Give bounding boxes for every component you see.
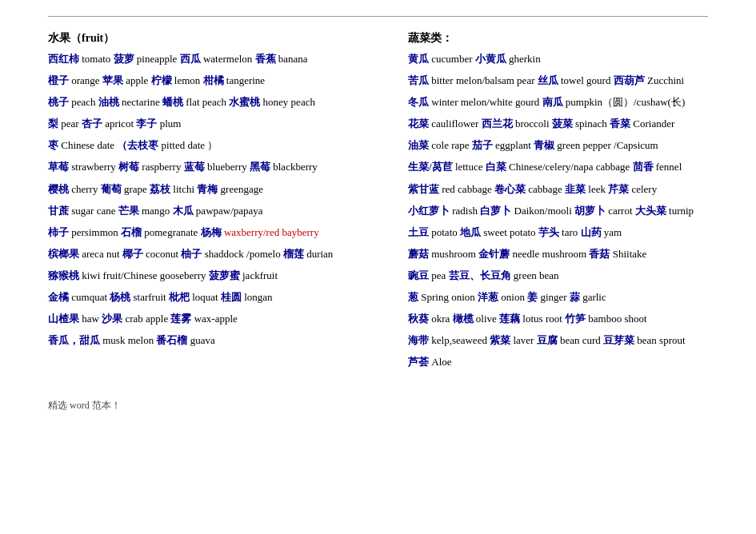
vegetable-title: 蔬菜类： — [408, 31, 708, 46]
english-text: tangerine — [226, 74, 265, 86]
chinese-text: 豆芽菜 — [603, 334, 634, 346]
chinese-text: 草莓 — [48, 161, 69, 173]
chinese-text: 青梅 — [197, 183, 218, 195]
english-text: bean curd — [560, 334, 601, 346]
english-text: fennel — [656, 161, 682, 173]
english-text: lettuce — [455, 161, 483, 173]
english-text: cherry — [71, 183, 98, 195]
chinese-text: 椰子 — [122, 248, 143, 260]
list-item: 柿子 persimmon 石榴 pomegranate 杨梅 waxberry/… — [48, 224, 384, 241]
english-text: Spring onion — [421, 291, 475, 303]
english-text: cucumber — [431, 53, 472, 65]
list-item: 紫甘蓝 red cabbage 卷心菜 cabbage 韭菜 leek 芹菜 c… — [408, 181, 708, 198]
english-text: towel gourd — [561, 74, 610, 86]
english-text: blueberry — [207, 161, 247, 173]
footer-text: 精选 word 范本！ — [48, 400, 121, 411]
english-text: apple — [126, 74, 148, 86]
english-text: ginger — [540, 291, 566, 303]
chinese-text: 菠菜 — [552, 118, 573, 130]
chinese-text: 丝瓜 — [538, 74, 558, 86]
list-item: 秋葵 okra 橄榄 olive 莲藕 lotus root 竹笋 bamboo… — [408, 310, 708, 328]
chinese-text: 小红萝卜 — [408, 205, 450, 217]
chinese-text: 油菜 — [408, 139, 429, 151]
english-text: loquat — [192, 291, 218, 303]
english-text: gherkin — [509, 53, 541, 65]
list-item: 桃子 peach 油桃 nectarine 蟠桃 flat peach 水蜜桃 … — [48, 94, 384, 111]
english-text: potato — [431, 226, 458, 238]
list-item: 花菜 cauliflower 西兰花 broccoli 菠菜 spinach 香… — [408, 115, 708, 133]
chinese-text: 海带 — [408, 334, 429, 346]
english-text: broccoli — [515, 118, 550, 130]
chinese-text: 西兰花 — [482, 118, 513, 130]
english-text: leek — [588, 183, 606, 195]
english-text: starfruit — [134, 291, 166, 303]
chinese-text: 地瓜 — [460, 226, 481, 238]
english-text: blackberry — [273, 161, 318, 173]
english-text: lotus root — [522, 313, 562, 325]
list-item: 黄瓜 cucumber 小黄瓜 gherkin — [408, 50, 708, 68]
english-text: carrot — [608, 205, 632, 217]
chinese-text: 西瓜 — [180, 53, 201, 65]
chinese-text: 莲雾 — [170, 313, 191, 325]
chinese-text: 小黄瓜 — [475, 53, 506, 65]
list-item: 油菜 cole rape 茄子 eggplant 青椒 green pepper… — [408, 137, 708, 154]
list-item: 山楂果 haw 沙果 crab apple 莲雾 wax-apple — [48, 310, 384, 328]
chinese-text: 芦荟 — [408, 356, 429, 368]
english-text: cumquat — [71, 291, 107, 303]
vegetable-section: 蔬菜类： 黄瓜 cucumber 小黄瓜 gherkin苦瓜 bitter me… — [408, 31, 708, 375]
chinese-text: 花菜 — [408, 118, 429, 130]
chinese-text: 莲藕 — [499, 313, 520, 325]
list-item: 枣 Chinese date （去枝枣 pitted date ） — [48, 137, 384, 154]
english-text: taro — [562, 226, 578, 238]
fruit-title: 水果（fruit） — [48, 31, 384, 46]
chinese-text: 韭菜 — [565, 183, 586, 195]
english-text: wax-apple — [194, 313, 238, 325]
chinese-text: 柿子 — [48, 226, 69, 238]
english-text: pawpaw/papaya — [196, 205, 263, 217]
english-text: apricot — [105, 118, 134, 130]
chinese-text: 芒果 — [118, 205, 139, 217]
chinese-text: 芋头 — [538, 226, 559, 238]
page: 水果（fruit） 西红柿 tomato 菠萝 pineapple 西瓜 wat… — [0, 0, 756, 534]
english-text: pomegranate — [144, 226, 198, 238]
english-text: peach — [71, 96, 95, 108]
english-text: sweet potato — [483, 226, 535, 238]
footer: 精选 word 范本！ — [48, 399, 708, 412]
chinese-text: 葡萄 — [101, 183, 122, 195]
english-text: olive — [476, 313, 497, 325]
main-content: 水果（fruit） 西红柿 tomato 菠萝 pineapple 西瓜 wat… — [48, 31, 708, 375]
chinese-text: 梨 — [48, 118, 58, 130]
list-item: 葱 Spring onion 洋葱 onion 姜 ginger 蒜 garli… — [408, 289, 708, 306]
list-item: 梨 pear 杏子 apricot 李子 plum — [48, 115, 384, 133]
list-item: 冬瓜 winter melon/white gourd 南瓜 pumpkin（圆… — [408, 94, 708, 111]
chinese-text: （去枝枣 — [117, 139, 158, 151]
english-text: haw — [82, 313, 99, 325]
english-text: waxberry/red bayberry — [224, 226, 319, 238]
chinese-text: 樱桃 — [48, 183, 69, 195]
chinese-text: 菠萝蜜 — [209, 269, 240, 281]
chinese-text: 橄榄 — [453, 313, 474, 325]
chinese-text: 菠萝 — [114, 53, 134, 65]
chinese-text: 香菇 — [589, 248, 610, 260]
english-text: Aloe — [431, 356, 451, 368]
vegetable-lines: 黄瓜 cucumber 小黄瓜 gherkin苦瓜 bitter melon/b… — [408, 50, 708, 371]
chinese-text: 大头菜 — [635, 205, 666, 217]
chinese-text: 豆腐 — [537, 334, 558, 346]
english-text: pitted date ） — [162, 139, 218, 151]
chinese-text: 甘蔗 — [48, 205, 69, 217]
chinese-text: 香蕉 — [255, 53, 276, 65]
chinese-text: 山楂果 — [48, 313, 79, 325]
chinese-text: 苹果 — [102, 74, 123, 86]
english-text: winter melon/white gourd — [431, 96, 539, 108]
english-text: Shiitake — [613, 248, 647, 260]
english-text: jackfruit — [242, 269, 278, 281]
english-text: mango — [142, 205, 170, 217]
chinese-text: 番石榴 — [156, 334, 187, 346]
chinese-text: 橙子 — [48, 74, 69, 86]
chinese-text: 茄子 — [472, 139, 493, 151]
chinese-text: 杏子 — [82, 118, 102, 130]
chinese-text: 芸豆、长豆角 — [449, 269, 511, 281]
list-item: 小红萝卜 radish 白萝卜 Daikon/mooli 胡萝卜 carrot … — [408, 202, 708, 220]
list-item: 猕猴桃 kiwi fruit/Chinese gooseberry 菠萝蜜 ja… — [48, 267, 384, 285]
top-divider — [48, 16, 708, 17]
